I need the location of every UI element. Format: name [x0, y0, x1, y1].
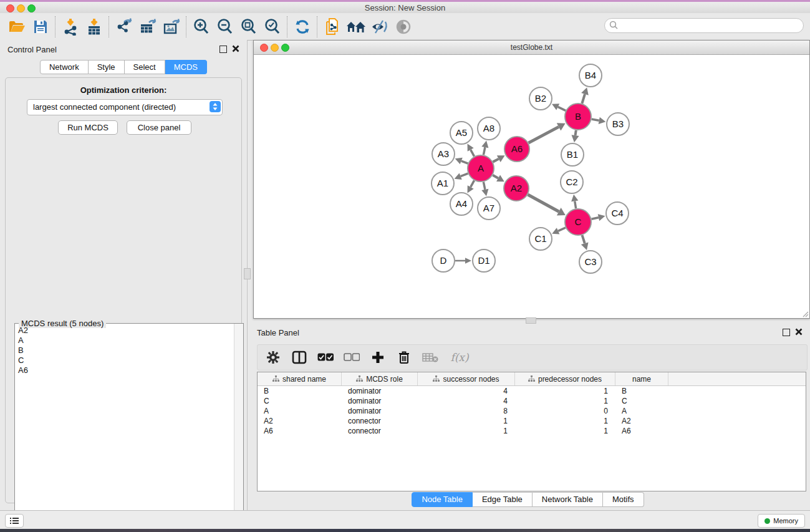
network-window-titlebar[interactable]: testGlobe.txt — [254, 41, 809, 55]
import-table-button[interactable] — [82, 16, 106, 38]
table-settings-button[interactable] — [263, 347, 284, 368]
table-row[interactable]: Adominator80A — [258, 406, 806, 416]
edge-B-B2[interactable] — [558, 107, 566, 110]
zoom-out-button[interactable] — [213, 16, 237, 38]
hide-graphics-details-button[interactable] — [368, 16, 392, 38]
table-tabs: Node TableEdge TableNetwork TableMotifs — [249, 492, 806, 507]
edge-A-A6[interactable] — [493, 159, 498, 162]
edge-A-A8[interactable] — [483, 147, 485, 155]
result-item[interactable]: A6 — [16, 365, 234, 375]
open-cybrowser-home-button[interactable] — [344, 16, 368, 38]
refresh-view-button[interactable] — [291, 16, 314, 38]
status-bar: Memory — [0, 510, 810, 530]
edge-B-B3[interactable] — [592, 119, 599, 120]
column-header-name[interactable]: name — [615, 372, 668, 385]
edge-B-B4[interactable] — [582, 94, 585, 104]
unchecked-boxes-icon — [344, 353, 360, 362]
show-graphics-details-button[interactable] — [392, 16, 415, 38]
zoom-in-icon — [193, 18, 210, 36]
zoom-out-icon — [216, 18, 234, 36]
float-panel-icon[interactable] — [783, 329, 790, 336]
column-header-shared-name[interactable]: shared name — [258, 372, 342, 385]
edge-A-A4[interactable] — [471, 180, 475, 187]
cell-successor-nodes: 4 — [418, 386, 515, 396]
tab-select[interactable]: Select — [125, 60, 165, 74]
mcds-panel: Optimization criterion: largest connecte… — [5, 77, 242, 503]
node-table: shared nameMCDS rolesuccessor nodesprede… — [257, 372, 806, 491]
column-header-successor-nodes[interactable]: successor nodes — [418, 372, 515, 385]
column-layout-button[interactable] — [289, 347, 310, 368]
zoom-selected-button[interactable] — [261, 16, 284, 38]
column-header-MCDS-role[interactable]: MCDS role — [342, 372, 418, 385]
table-row[interactable]: Cdominator41C — [258, 396, 806, 406]
column-label: successor nodes — [443, 375, 499, 384]
zoom-in-button[interactable] — [190, 16, 213, 38]
window-resize-grip[interactable] — [803, 311, 809, 317]
save-session-button[interactable] — [29, 16, 52, 38]
add-column-button[interactable] — [367, 347, 388, 368]
clone-network-button[interactable] — [321, 16, 344, 38]
tab-style[interactable]: Style — [89, 60, 125, 74]
edge-C-C1[interactable] — [558, 228, 566, 231]
edge-A-A5[interactable] — [471, 150, 475, 157]
edge-A-A3[interactable] — [461, 161, 468, 163]
memory-label: Memory — [773, 517, 798, 525]
node-label-C: C — [575, 216, 582, 227]
cell-MCDS-role: connector — [342, 426, 418, 436]
toolbar-separator — [186, 16, 187, 37]
task-manager-button[interactable] — [5, 514, 24, 528]
result-item[interactable]: A — [16, 336, 234, 346]
result-item[interactable]: B — [16, 346, 234, 355]
tab-network-table[interactable]: Network Table — [533, 492, 603, 507]
edge-A-A2[interactable] — [493, 175, 498, 178]
edge-A2-C[interactable] — [528, 195, 559, 211]
control-panel-header: Control Panel — [0, 40, 247, 59]
edge-A6-B[interactable] — [529, 127, 559, 143]
export-image-button[interactable] — [160, 16, 183, 38]
vertical-splitter-grip[interactable] — [244, 268, 251, 279]
hierarchy-icon — [528, 375, 535, 382]
import-network-button[interactable] — [59, 16, 82, 38]
result-scrollbar[interactable] — [234, 324, 243, 532]
table-row[interactable]: Bdominator41B — [258, 386, 806, 396]
deselect-all-rows-button[interactable] — [341, 347, 362, 368]
zoom-fit-button[interactable] — [237, 16, 261, 38]
column-header-predecessor-nodes[interactable]: predecessor nodes — [515, 372, 615, 385]
close-panel-button[interactable]: Close panel — [127, 120, 191, 135]
edge-B-B1[interactable] — [576, 130, 576, 135]
export-table-button[interactable] — [136, 16, 160, 38]
select-all-rows-button[interactable] — [315, 347, 336, 368]
mcds-result-list[interactable]: A2ABCA6 — [16, 326, 234, 532]
column-label: MCDS role — [366, 375, 403, 384]
apply-function-button[interactable]: f(x) — [446, 347, 473, 368]
tab-motifs[interactable]: Motifs — [603, 492, 644, 507]
delete-table-button[interactable] — [420, 347, 441, 368]
edge-C-C2[interactable] — [575, 201, 576, 208]
table-row[interactable]: A6connector11A6 — [258, 426, 806, 436]
edge-A-A1[interactable] — [461, 173, 468, 177]
edge-C-C3[interactable] — [582, 235, 585, 243]
network-canvas[interactable]: B4B2BB3A5A8A6B1A3AC2A1A2A4A7C4CC1C3DD1 — [254, 55, 808, 317]
mcds-result-box: MCDS result (5 nodes) A2ABCA6 — [14, 323, 244, 532]
open-session-button[interactable] — [5, 16, 29, 38]
close-panel-icon[interactable] — [795, 328, 803, 336]
criterion-select[interactable]: largest connected component (directed) — [27, 99, 223, 115]
run-mcds-button[interactable]: Run MCDS — [58, 120, 118, 135]
tab-edge-table[interactable]: Edge Table — [473, 492, 533, 507]
delete-column-button[interactable] — [393, 347, 415, 368]
result-item[interactable]: A2 — [16, 326, 234, 336]
tab-mcds[interactable]: MCDS — [165, 60, 207, 74]
search-input[interactable] — [604, 18, 804, 33]
edge-A-A7[interactable] — [483, 182, 485, 190]
memory-button[interactable]: Memory — [758, 514, 805, 528]
result-item[interactable]: C — [16, 355, 234, 365]
tab-network[interactable]: Network — [40, 60, 89, 74]
export-network-button[interactable] — [112, 16, 136, 38]
table-row[interactable]: A2connector11A2 — [258, 416, 806, 426]
float-panel-icon[interactable] — [219, 46, 227, 53]
eye-slash-icon — [370, 19, 389, 34]
close-panel-icon[interactable] — [232, 45, 239, 52]
tab-node-table[interactable]: Node Table — [412, 492, 473, 507]
control-panel-tabs: NetworkStyleSelectMCDS — [0, 60, 247, 74]
edge-C-C4[interactable] — [591, 218, 598, 220]
